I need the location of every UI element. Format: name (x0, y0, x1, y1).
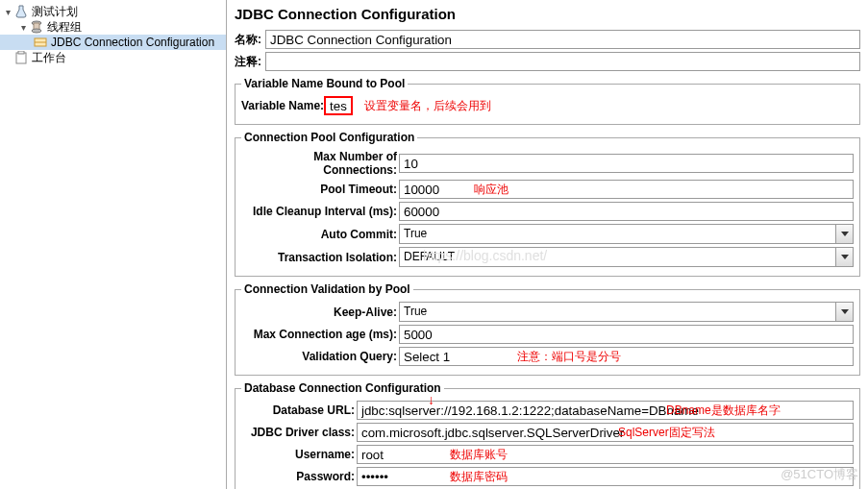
auto-commit-dropdown[interactable]: True (399, 224, 854, 244)
tree-node-testplan[interactable]: ▾ 测试计划 (0, 4, 226, 19)
clipboard-icon (13, 50, 29, 65)
annotation-username: 数据库账号 (450, 447, 508, 463)
tree-panel: ▾ 测试计划 ▾ 线程组 JDBC Connection Configurati… (0, 0, 227, 489)
max-conn-age-label: Max Connection age (ms): (241, 328, 399, 341)
driver-label: JDBC Driver class: (241, 426, 357, 439)
idle-cleanup-input[interactable] (399, 202, 854, 221)
annotation-password: 数据库密码 (450, 469, 508, 485)
auto-commit-value: True (399, 224, 836, 244)
annotation-varname: 设置变量名，后续会用到 (364, 98, 491, 114)
txn-isolation-value: DEFAULT (399, 247, 836, 267)
config-icon (33, 35, 48, 50)
main-panel: JDBC Connection Configuration 名称: 注释: Va… (227, 0, 868, 489)
svg-rect-6 (18, 51, 24, 54)
comment-row: 注释: (235, 52, 860, 71)
keep-alive-value: True (399, 302, 836, 322)
spool-icon (29, 19, 44, 35)
tree-label: 线程组 (47, 19, 82, 36)
keep-alive-label: Keep-Alive: (241, 306, 399, 319)
fieldset-conn-pool: Connection Pool Configuration Max Number… (235, 131, 860, 277)
chevron-down-icon[interactable] (836, 302, 854, 322)
db-url-label: Database URL: (241, 403, 357, 417)
flask-icon (13, 4, 29, 19)
legend-validation: Connection Validation by Pool (241, 282, 413, 296)
tree-toggle-icon[interactable]: ▾ (2, 7, 13, 17)
max-conn-input[interactable] (399, 154, 854, 173)
password-input[interactable] (357, 467, 854, 486)
chevron-down-icon[interactable] (836, 247, 854, 267)
pool-timeout-input[interactable] (399, 180, 854, 199)
fieldset-db-conn: Database Connection Configuration Databa… (235, 381, 860, 489)
annotation-port: 注意：端口号是分号 (517, 349, 621, 365)
annotation-dbname: DBname是数据库名字 (666, 403, 781, 419)
arrow-down-icon: ↓ (428, 392, 434, 407)
max-conn-label: Max Number of Connections: (241, 150, 399, 177)
comment-label: 注释: (235, 54, 261, 70)
svg-rect-5 (16, 53, 26, 63)
password-label: Password: (241, 470, 357, 483)
name-label: 名称: (235, 32, 261, 48)
name-row: 名称: (235, 30, 860, 49)
keep-alive-dropdown[interactable]: True (399, 302, 854, 322)
tree-toggle-icon[interactable]: ▾ (17, 22, 29, 33)
tree-node-threadgroup[interactable]: ▾ 线程组 (0, 19, 226, 35)
name-input[interactable] (265, 30, 860, 49)
legend-conn-pool: Connection Pool Configuration (241, 131, 417, 144)
tree-label: 工作台 (32, 50, 66, 66)
auto-commit-label: Auto Commit: (241, 228, 399, 241)
txn-isolation-label: Transaction Isolation: (241, 251, 399, 264)
tree-node-workbench[interactable]: 工作台 (0, 50, 226, 65)
fieldset-validation: Connection Validation by Pool Keep-Alive… (235, 282, 860, 376)
tree-node-jdbc-config[interactable]: JDBC Connection Configuration (0, 35, 226, 50)
legend-db-conn: Database Connection Configuration (241, 381, 444, 395)
driver-input[interactable] (357, 423, 854, 442)
tree-label: JDBC Connection Configuration (51, 36, 214, 49)
annotation-pool-timeout: 响应池 (474, 182, 508, 198)
comment-input[interactable] (265, 52, 860, 71)
idle-cleanup-label: Idle Cleanup Interval (ms): (241, 205, 399, 218)
svg-point-2 (32, 29, 41, 33)
validation-query-label: Validation Query: (241, 350, 399, 363)
fieldset-var-pool: Variable Name Bound to Pool Variable Nam… (235, 77, 860, 125)
tree-label: 测试计划 (32, 4, 78, 20)
chevron-down-icon[interactable] (836, 224, 854, 244)
username-input[interactable] (357, 445, 854, 464)
legend-var-pool: Variable Name Bound to Pool (241, 77, 408, 90)
txn-isolation-dropdown[interactable]: DEFAULT (399, 247, 854, 267)
variable-name-input[interactable] (324, 96, 353, 115)
variable-name-label: Variable Name: (241, 99, 324, 112)
validation-query-input[interactable] (399, 347, 854, 366)
annotation-driver: SqlServer固定写法 (618, 425, 715, 441)
page-title: JDBC Connection Configuration (235, 6, 860, 22)
watermark-corner: @51CTO博客 (781, 466, 858, 483)
max-conn-age-input[interactable] (399, 325, 854, 344)
username-label: Username: (241, 448, 357, 461)
pool-timeout-label: Pool Timeout: (241, 183, 399, 196)
